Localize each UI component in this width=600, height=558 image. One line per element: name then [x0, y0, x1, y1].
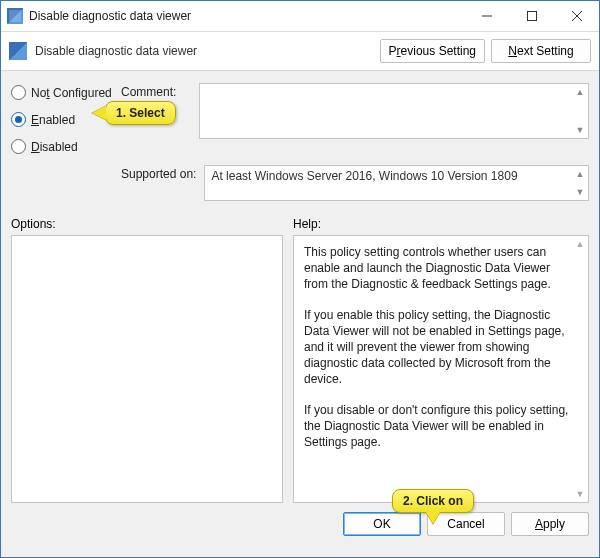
- help-text: If you disable or don't configure this p…: [304, 402, 570, 451]
- panes: This policy setting controls whether use…: [1, 235, 599, 503]
- titlebar: Disable diagnostic data viewer: [1, 1, 599, 32]
- text: pply: [543, 517, 565, 531]
- options-label: Options:: [11, 217, 293, 231]
- scroll-down-icon[interactable]: ▼: [573, 185, 587, 199]
- radio-not-configured[interactable]: Not Configured: [11, 85, 121, 100]
- text: evious Setting: [401, 44, 476, 58]
- policy-state-area: Not Configured Enabled Disabled Comment:…: [1, 71, 599, 207]
- scroll-down-icon[interactable]: ▼: [573, 123, 587, 137]
- help-pane[interactable]: This policy setting controls whether use…: [293, 235, 589, 503]
- callout-tail-icon: [426, 512, 440, 524]
- supported-on-box: At least Windows Server 2016, Windows 10…: [204, 165, 589, 201]
- radio-icon: [11, 112, 26, 127]
- help-label: Help:: [293, 217, 589, 231]
- previous-setting-button[interactable]: Previous Setting: [380, 39, 485, 63]
- ok-button[interactable]: OK: [343, 512, 421, 536]
- supported-on-value: At least Windows Server 2016, Windows 10…: [211, 169, 517, 183]
- window-title: Disable diagnostic data viewer: [29, 9, 464, 23]
- minimize-button[interactable]: [464, 1, 509, 31]
- state-radio-group: Not Configured Enabled Disabled: [11, 83, 121, 166]
- panes-labels: Options: Help:: [1, 207, 599, 235]
- app-icon: [7, 8, 23, 24]
- annotation-select: 1. Select: [105, 101, 176, 125]
- annotation-click: 2. Click on: [392, 489, 474, 513]
- radio-disabled[interactable]: Disabled: [11, 139, 121, 154]
- radio-icon: [11, 85, 26, 100]
- svg-rect-0: [527, 12, 536, 21]
- help-text: This policy setting controls whether use…: [304, 244, 570, 293]
- help-text: If you enable this policy setting, the D…: [304, 307, 570, 388]
- annotation-text: 1. Select: [116, 106, 165, 120]
- policy-header: Disable diagnostic data viewer Previous …: [1, 32, 599, 71]
- apply-button[interactable]: Apply: [511, 512, 589, 536]
- scroll-up-icon[interactable]: ▲: [573, 85, 587, 99]
- gpedit-policy-dialog: Disable diagnostic data viewer Disable d…: [0, 0, 600, 558]
- accel: A: [535, 517, 543, 531]
- callout-tail-icon: [92, 106, 106, 120]
- scroll-up-icon[interactable]: ▲: [573, 237, 587, 251]
- text: P: [389, 44, 397, 58]
- dialog-footer: OK Cancel Apply: [1, 503, 599, 545]
- policy-title: Disable diagnostic data viewer: [35, 44, 374, 58]
- options-pane[interactable]: [11, 235, 283, 503]
- scroll-up-icon[interactable]: ▲: [573, 167, 587, 181]
- text: ext Setting: [517, 44, 574, 58]
- annotation-text: 2. Click on: [403, 494, 463, 508]
- next-setting-button[interactable]: Next Setting: [491, 39, 591, 63]
- close-button[interactable]: [554, 1, 599, 31]
- comment-textarea[interactable]: ▲ ▼: [199, 83, 589, 139]
- radio-icon: [11, 139, 26, 154]
- policy-icon: [9, 42, 27, 60]
- comment-label: Comment:: [121, 83, 199, 99]
- supported-label: Supported on:: [121, 165, 204, 181]
- accel: N: [508, 44, 517, 58]
- maximize-button[interactable]: [509, 1, 554, 31]
- scroll-down-icon[interactable]: ▼: [573, 487, 587, 501]
